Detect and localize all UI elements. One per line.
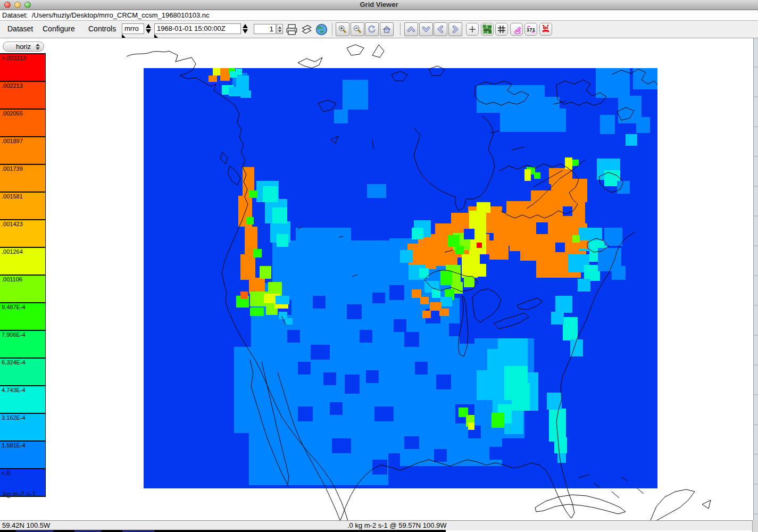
menu-configure[interactable]: Configure	[43, 24, 75, 33]
data-grid-patch	[372, 460, 387, 475]
data-grid-patch	[563, 317, 578, 340]
right-icon	[451, 24, 460, 34]
cursor-position-readout: 59.42N 100.5W	[2, 521, 50, 530]
data-grid-patch	[272, 207, 287, 223]
window-title: Grid Viewer	[0, 0, 758, 10]
toolbar-separator	[332, 23, 333, 36]
globe-icon	[315, 23, 328, 36]
menu-dataset[interactable]: Dataset	[7, 24, 33, 33]
down-icon	[421, 24, 431, 34]
minimize-button[interactable]	[14, 2, 21, 8]
data-grid-patch	[420, 297, 429, 304]
data-grid-patch	[412, 289, 421, 298]
data-grid-patch	[549, 409, 566, 442]
globe-button[interactable]	[315, 23, 328, 36]
colorbar-cell: 1.581E-4	[0, 442, 46, 469]
zoom-in-button[interactable]	[336, 22, 349, 36]
close-button[interactable]	[4, 2, 11, 8]
data-grid-patch	[268, 282, 282, 293]
zoom-window-button[interactable]	[24, 2, 31, 8]
add-button[interactable]	[466, 23, 479, 36]
data-grid-patch	[289, 262, 299, 270]
colorbar-cell: .002213	[0, 82, 46, 110]
data-grid-patch	[260, 266, 271, 279]
colorbar-cell: .001264	[0, 248, 46, 276]
data-grid-patch	[555, 296, 572, 313]
dataset-bar: Dataset: /Users/huziy/Desktop/mrro_CRCM_…	[0, 10, 758, 21]
data-grid-patch	[372, 293, 385, 303]
grid-icon	[497, 24, 506, 34]
data-grid-patch	[617, 181, 630, 194]
frame-number-field[interactable]: 1	[254, 24, 276, 34]
pages-button[interactable]	[300, 23, 313, 36]
time-selector[interactable]: 1968-01-01 15:00:00Z	[154, 23, 241, 34]
data-grid-patch	[636, 117, 650, 133]
zoom-in-icon	[338, 24, 347, 34]
printer-icon	[285, 23, 298, 36]
printer-button[interactable]	[285, 23, 298, 36]
colorbar-legend: >.002213.002213.002055.001897.001739.001…	[0, 53, 46, 497]
data-grid-patch	[498, 338, 528, 366]
data-grid-patch	[565, 157, 572, 169]
data-grid-patch	[246, 217, 254, 225]
zoom-out-icon	[353, 24, 362, 34]
down-button[interactable]	[419, 22, 433, 36]
data-grid-patch	[253, 249, 262, 257]
data-grid-patch	[464, 277, 474, 287]
data-grid-patch	[366, 370, 379, 383]
date-icon: date	[482, 24, 492, 34]
data-grid-patch	[584, 265, 600, 281]
data-grid-patch	[330, 402, 343, 415]
grid-button[interactable]	[495, 23, 508, 36]
date-button[interactable]: date	[481, 23, 494, 36]
data-grid-patch	[563, 206, 572, 216]
data-grid-patch	[440, 297, 452, 306]
variable-grip-icon	[122, 34, 126, 38]
colorbar-cell: .001106	[0, 276, 46, 303]
variable-spinner[interactable]	[145, 23, 152, 34]
colorbar-cell: .001581	[0, 193, 46, 220]
data-grid-patch	[464, 229, 474, 239]
data-grid-patch	[389, 285, 404, 300]
data-grid-patch	[449, 323, 464, 336]
frame-spinner[interactable]	[277, 24, 283, 34]
map-canvas[interactable]	[0, 0, 758, 532]
time-spinner[interactable]	[241, 23, 249, 34]
swirl-button[interactable]	[510, 23, 523, 36]
data-grid-patch	[440, 270, 452, 285]
probe-value-readout: .0 kg m-2 s-1 @ 59.57N 100.9W	[347, 521, 447, 530]
data-grid-patch	[404, 332, 419, 347]
up-button[interactable]	[404, 22, 418, 36]
pages-icon	[300, 23, 313, 36]
svg-text:date: date	[484, 28, 491, 31]
count-171-button[interactable]: 171	[524, 23, 537, 36]
menu-controls[interactable]: Controls	[88, 24, 116, 33]
data-grid-patch	[524, 169, 531, 181]
background-scrollbar[interactable]	[753, 38, 758, 520]
view-mode-popup[interactable]: horiz	[3, 41, 44, 52]
toolbar: Dataset Configure Controls mrro 1968-01-…	[0, 21, 758, 38]
data-grid-patch	[477, 370, 500, 400]
variable-selector[interactable]: mrro	[122, 23, 144, 34]
data-grid-patch	[510, 228, 533, 251]
robot-button[interactable]	[539, 23, 552, 36]
zoom-out-button[interactable]	[351, 22, 364, 36]
data-grid-patch	[448, 235, 460, 247]
status-bar: 59.42N 100.5W .0 kg m-2 s-1 @ 59.57N 100…	[0, 520, 758, 530]
data-grid-patch	[311, 345, 330, 360]
data-grid-patch	[250, 307, 264, 316]
left-button[interactable]	[434, 22, 447, 36]
count-171-icon: 171	[526, 24, 536, 34]
rotate-button[interactable]	[365, 22, 379, 36]
toolbar-separator	[400, 23, 401, 36]
data-grid-patch	[572, 160, 579, 166]
data-grid-patch	[400, 250, 413, 263]
data-grid-patch	[249, 190, 257, 198]
right-button[interactable]	[448, 22, 462, 36]
data-grid-patch	[240, 90, 251, 98]
data-grid-patch	[572, 235, 580, 243]
data-grid-patch	[477, 202, 490, 213]
colorbar-cell: 6.324E-4	[0, 359, 46, 386]
data-grid-patch	[276, 296, 289, 304]
home-button[interactable]	[380, 22, 394, 36]
